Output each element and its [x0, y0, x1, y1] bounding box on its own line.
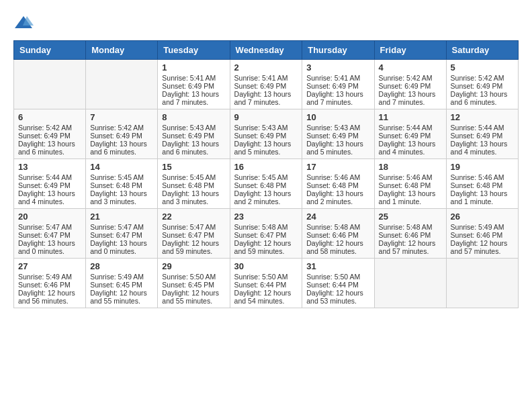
day-number: 5 [451, 62, 514, 73]
day-info: Daylight: 13 hours and 0 minutes. [90, 239, 153, 255]
day-info: Daylight: 13 hours and 2 minutes. [306, 189, 369, 205]
day-info: Daylight: 13 hours and 7 minutes. [234, 90, 298, 106]
day-number: 2 [234, 62, 298, 73]
day-info: Daylight: 12 hours and 54 minutes. [234, 289, 298, 305]
day-info: Sunset: 6:47 PM [18, 231, 81, 239]
day-info: Sunset: 6:46 PM [18, 281, 81, 289]
day-number: 11 [379, 112, 442, 122]
calendar-cell: 30Sunrise: 5:50 AMSunset: 6:44 PMDayligh… [230, 259, 302, 308]
day-info: Sunset: 6:47 PM [90, 231, 153, 239]
day-number: 10 [306, 112, 369, 122]
day-info: Sunrise: 5:42 AM [451, 74, 514, 82]
day-info: Daylight: 13 hours and 3 minutes. [90, 189, 153, 205]
day-info: Daylight: 13 hours and 6 minutes. [18, 140, 81, 156]
day-info: Sunset: 6:44 PM [234, 281, 298, 289]
day-info: Sunset: 6:49 PM [234, 82, 298, 90]
day-info: Sunset: 6:49 PM [306, 82, 369, 90]
day-info: Daylight: 12 hours and 55 minutes. [90, 289, 153, 305]
day-header-sunday: Sunday [14, 41, 86, 60]
calendar-cell: 13Sunrise: 5:44 AMSunset: 6:49 PMDayligh… [14, 159, 86, 209]
day-info: Sunset: 6:48 PM [234, 181, 298, 189]
calendar-cell [86, 60, 158, 109]
calendar-cell: 5Sunrise: 5:42 AMSunset: 6:49 PMDaylight… [446, 60, 518, 109]
calendar-cell: 8Sunrise: 5:43 AMSunset: 6:49 PMDaylight… [158, 109, 230, 159]
calendar-cell: 9Sunrise: 5:43 AMSunset: 6:49 PMDaylight… [230, 109, 302, 159]
day-info: Sunrise: 5:44 AM [451, 124, 514, 132]
day-info: Sunrise: 5:50 AM [162, 273, 225, 281]
day-number: 18 [379, 162, 442, 172]
logo [13, 13, 36, 34]
day-info: Sunrise: 5:46 AM [451, 173, 514, 181]
calendar-cell: 2Sunrise: 5:41 AMSunset: 6:49 PMDaylight… [230, 60, 302, 109]
day-info: Daylight: 13 hours and 4 minutes. [18, 189, 81, 205]
calendar-cell [374, 259, 446, 308]
day-info: Daylight: 13 hours and 5 minutes. [234, 140, 298, 156]
calendar-week-4: 20Sunrise: 5:47 AMSunset: 6:47 PMDayligh… [14, 209, 519, 259]
day-info: Sunrise: 5:43 AM [234, 124, 298, 132]
day-info: Sunset: 6:49 PM [451, 82, 514, 90]
calendar-cell: 1Sunrise: 5:41 AMSunset: 6:49 PMDaylight… [158, 60, 230, 109]
day-info: Sunset: 6:49 PM [306, 132, 369, 140]
calendar-cell: 10Sunrise: 5:43 AMSunset: 6:49 PMDayligh… [302, 109, 374, 159]
day-info: Sunset: 6:46 PM [306, 231, 369, 239]
day-info: Sunrise: 5:49 AM [451, 223, 514, 231]
calendar-week-5: 27Sunrise: 5:49 AMSunset: 6:46 PMDayligh… [14, 259, 519, 308]
day-info: Daylight: 13 hours and 1 minute. [451, 189, 514, 205]
day-info: Sunrise: 5:46 AM [306, 173, 369, 181]
day-info: Sunset: 6:49 PM [90, 132, 153, 140]
calendar-week-2: 6Sunrise: 5:42 AMSunset: 6:49 PMDaylight… [14, 109, 519, 159]
day-info: Sunset: 6:49 PM [451, 132, 514, 140]
day-info: Daylight: 13 hours and 6 minutes. [162, 140, 225, 156]
day-info: Sunrise: 5:47 AM [18, 223, 81, 231]
calendar-cell: 17Sunrise: 5:46 AMSunset: 6:48 PMDayligh… [302, 159, 374, 209]
day-number: 12 [451, 112, 514, 122]
calendar-cell: 28Sunrise: 5:49 AMSunset: 6:45 PMDayligh… [86, 259, 158, 308]
day-info: Sunrise: 5:45 AM [90, 173, 153, 181]
day-info: Sunset: 6:49 PM [18, 181, 81, 189]
calendar-cell: 11Sunrise: 5:44 AMSunset: 6:49 PMDayligh… [374, 109, 446, 159]
day-number: 23 [234, 212, 298, 222]
day-header-friday: Friday [374, 41, 446, 60]
day-info: Daylight: 13 hours and 2 minutes. [234, 189, 298, 205]
day-info: Sunrise: 5:44 AM [379, 124, 442, 132]
day-info: Daylight: 12 hours and 57 minutes. [451, 239, 514, 255]
day-number: 6 [18, 112, 81, 122]
calendar-table: SundayMondayTuesdayWednesdayThursdayFrid… [13, 40, 519, 308]
day-info: Sunset: 6:48 PM [379, 181, 442, 189]
day-number: 20 [18, 212, 81, 222]
calendar-cell: 3Sunrise: 5:41 AMSunset: 6:49 PMDaylight… [302, 60, 374, 109]
day-number: 4 [379, 62, 442, 73]
day-info: Sunset: 6:47 PM [162, 231, 225, 239]
day-info: Sunset: 6:46 PM [451, 231, 514, 239]
day-info: Daylight: 12 hours and 55 minutes. [162, 289, 225, 305]
day-number: 1 [162, 62, 225, 73]
day-number: 3 [306, 62, 369, 73]
day-number: 17 [306, 162, 369, 172]
day-info: Sunrise: 5:49 AM [90, 273, 153, 281]
day-info: Sunrise: 5:47 AM [90, 223, 153, 231]
day-info: Sunrise: 5:48 AM [234, 223, 298, 231]
day-info: Daylight: 12 hours and 59 minutes. [234, 239, 298, 255]
day-info: Daylight: 13 hours and 7 minutes. [379, 90, 442, 106]
day-info: Daylight: 12 hours and 57 minutes. [379, 239, 442, 255]
calendar-cell: 25Sunrise: 5:48 AMSunset: 6:46 PMDayligh… [374, 209, 446, 259]
day-info: Sunset: 6:49 PM [162, 132, 225, 140]
day-info: Daylight: 13 hours and 5 minutes. [306, 140, 369, 156]
day-info: Sunset: 6:48 PM [451, 181, 514, 189]
calendar-cell: 7Sunrise: 5:42 AMSunset: 6:49 PMDaylight… [86, 109, 158, 159]
calendar-cell: 20Sunrise: 5:47 AMSunset: 6:47 PMDayligh… [14, 209, 86, 259]
day-number: 15 [162, 162, 225, 172]
calendar-cell [14, 60, 86, 109]
calendar-week-1: 1Sunrise: 5:41 AMSunset: 6:49 PMDaylight… [14, 60, 519, 109]
calendar-cell: 21Sunrise: 5:47 AMSunset: 6:47 PMDayligh… [86, 209, 158, 259]
day-info: Sunset: 6:49 PM [379, 82, 442, 90]
day-info: Sunrise: 5:41 AM [162, 74, 225, 82]
day-info: Daylight: 13 hours and 4 minutes. [379, 140, 442, 156]
calendar-cell: 16Sunrise: 5:45 AMSunset: 6:48 PMDayligh… [230, 159, 302, 209]
day-number: 22 [162, 212, 225, 222]
day-number: 8 [162, 112, 225, 122]
day-info: Sunset: 6:49 PM [162, 82, 225, 90]
calendar-cell: 24Sunrise: 5:48 AMSunset: 6:46 PMDayligh… [302, 209, 374, 259]
day-info: Daylight: 13 hours and 7 minutes. [306, 90, 369, 106]
day-info: Sunrise: 5:43 AM [162, 124, 225, 132]
